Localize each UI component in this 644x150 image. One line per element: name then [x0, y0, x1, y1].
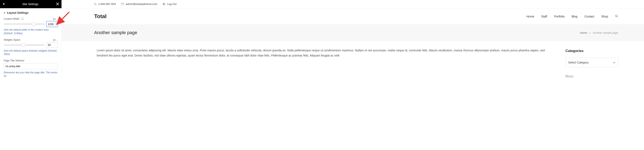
unit-selector-cw[interactable]: px ⌄: [53, 18, 58, 20]
sidebar-title: Site Settings: [22, 2, 38, 6]
widgets-space-slider[interactable]: [4, 44, 44, 46]
chevron-down-icon: ⌄: [56, 18, 58, 20]
breadcrumb-current: Another sample page: [592, 31, 618, 34]
content-width-help: Sets the default width of the content ar…: [4, 28, 58, 35]
breadcrumb: Home » Another sample page: [580, 31, 618, 34]
title-selector-input[interactable]: [4, 63, 58, 69]
slider-thumb[interactable]: [32, 22, 35, 26]
category-select[interactable]: Select Category: [566, 58, 618, 68]
content-width-slider[interactable]: [4, 24, 44, 25]
breadcrumb-home[interactable]: Home: [580, 31, 587, 34]
title-selector-help: Elementor lets you hide the page title. …: [4, 71, 58, 78]
logout-link[interactable]: Log Out: [163, 2, 176, 6]
nav-home[interactable]: Home: [526, 15, 534, 18]
widgets-space-label: Widgets Space: [4, 38, 20, 41]
sidebar-header: Site Settings: [0, 0, 62, 8]
desktop-icon[interactable]: [21, 17, 24, 20]
nav-portfolio[interactable]: Portfolio: [554, 15, 565, 18]
page-title: Another sample page: [94, 30, 137, 35]
widget-categories-title: Categories: [566, 48, 618, 54]
search-icon[interactable]: [615, 14, 618, 18]
close-icon[interactable]: [56, 2, 59, 6]
back-icon[interactable]: [2, 2, 4, 6]
content-width-label: Content Width: [4, 18, 19, 20]
stepper-icon[interactable]: ▲▼: [55, 22, 57, 26]
nav-contact[interactable]: Contact: [584, 15, 594, 18]
title-selector-label: Page Title Selector: [4, 59, 58, 62]
logout-icon: [163, 3, 165, 5]
svg-rect-1: [22, 19, 23, 20]
settings-sidebar: Site Settings ▼ Layout Settings Content …: [0, 0, 62, 84]
page-header: Another sample page Home » Another sampl…: [62, 25, 644, 41]
preview-pane: 1-800-987-654 admin@totalwptheme.com Log…: [62, 0, 644, 84]
nav-staff[interactable]: Staff: [541, 15, 547, 18]
nav-blog[interactable]: Blog: [572, 15, 578, 18]
unit-selector-ws[interactable]: px ⌄: [53, 38, 58, 41]
mail-icon: [121, 3, 124, 5]
site-logo[interactable]: Total: [94, 13, 106, 20]
widgets-space-input[interactable]: [46, 42, 58, 48]
phone-icon: [94, 3, 97, 5]
email[interactable]: admin@totalwptheme.com: [121, 2, 157, 6]
chevron-down-icon: [613, 60, 616, 65]
nav-shop[interactable]: Shop: [601, 15, 608, 18]
content-width-input[interactable]: ▲▼: [46, 21, 58, 27]
main-nav: Total Home Staff Portfolio Blog Contact …: [62, 8, 644, 25]
slider-thumb[interactable]: [22, 43, 25, 47]
article-body: Lorem ipsum dolor sit amet, consectetur …: [97, 48, 551, 83]
caret-down-icon: ▼: [4, 12, 6, 14]
section-toggle-layout[interactable]: ▼ Layout Settings: [4, 11, 58, 14]
chevron-down-icon: ⌄: [56, 39, 58, 41]
topbar: 1-800-987-654 admin@totalwptheme.com Log…: [62, 0, 644, 8]
phone: 1-800-987-654: [94, 2, 116, 6]
svg-rect-0: [21, 17, 24, 19]
widgets-space-help: Sets the default space between widgets (…: [4, 49, 58, 56]
widget-meta-title: Meta: [566, 73, 618, 80]
